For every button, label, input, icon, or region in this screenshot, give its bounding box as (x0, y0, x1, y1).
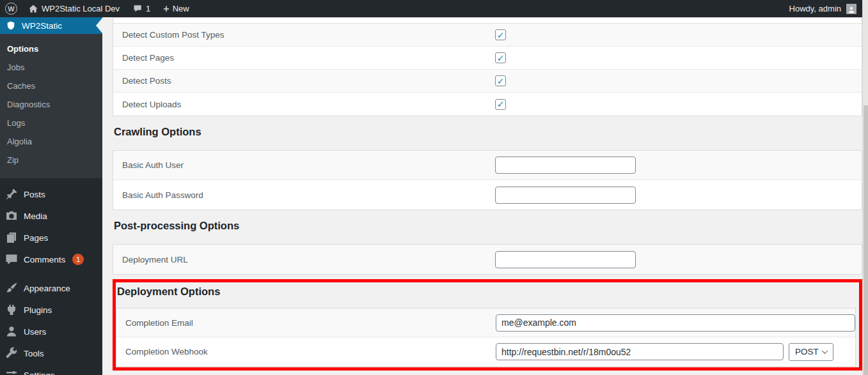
comments-icon (5, 253, 18, 266)
howdy-admin-link[interactable]: Howdy, admin (789, 4, 841, 13)
post-processing-options-heading: Post-processing Options (114, 220, 239, 232)
sidebar-item-plugins[interactable]: Plugins (0, 299, 102, 321)
menu-label: Media (24, 211, 47, 221)
sidebar-item-logs[interactable]: Logs (0, 114, 102, 132)
site-name-link[interactable]: WP2Static Local Dev (28, 4, 120, 14)
chevron-down-icon (822, 348, 828, 354)
option-label: Detect Pages (113, 53, 495, 63)
admin-comments-link[interactable]: 1 (133, 4, 150, 13)
tools-icon (5, 347, 18, 360)
menu-label: Settings (24, 371, 55, 375)
table-row: Detect Custom Post Types ✓ (113, 24, 862, 47)
basic-auth-password-input[interactable] (495, 187, 636, 204)
table-row: Basic Auth User (113, 151, 862, 180)
detection-options-table: Detect Custom Post Types ✓ Detect Pages … (113, 17, 862, 116)
table-row: Detect Posts ✓ (113, 70, 862, 93)
sidebar-item-users[interactable]: Users (0, 321, 102, 342)
new-content-link[interactable]: + New (163, 4, 189, 14)
sidebar-item-jobs[interactable]: Jobs (0, 58, 102, 77)
settings-icon (5, 369, 18, 375)
option-label: Deployment URL (113, 255, 495, 264)
sidebar-item-media[interactable]: Media (0, 205, 102, 227)
completion-webhook-input[interactable] (496, 343, 784, 360)
menu-label: Comments (24, 255, 65, 264)
check-mark: ✓ (497, 100, 505, 109)
sidebar-item-posts[interactable]: Posts (0, 183, 102, 205)
table-row: Completion Webhook POST (116, 337, 855, 366)
detect-uploads-checkbox[interactable]: ✓ (495, 99, 506, 110)
plus-icon: + (163, 4, 169, 14)
detect-pages-checkbox[interactable]: ✓ (495, 52, 506, 63)
deployment-url-input[interactable] (495, 251, 636, 268)
pin-icon (5, 188, 18, 201)
option-label: Completion Email (116, 318, 496, 328)
option-label: Completion Webhook (116, 347, 496, 356)
option-label: Detect Posts (113, 76, 495, 86)
option-label: Detect Uploads (113, 100, 495, 109)
admin-menu: Posts Media Pages Comments 1 Appearance … (0, 183, 102, 375)
sidebar-item-options[interactable]: Options (0, 40, 102, 58)
home-icon (28, 4, 38, 14)
crawling-options-heading: Crawling Options (114, 126, 201, 138)
sidebar-item-diagnostics[interactable]: Diagnostics (0, 95, 102, 114)
admin-bar-right: Howdy, admin (789, 4, 863, 14)
detect-custom-post-types-checkbox[interactable]: ✓ (495, 29, 506, 40)
deployment-options-table: Completion Email Completion Webhook POST (116, 308, 856, 367)
sidebar-item-comments[interactable]: Comments 1 (0, 249, 102, 270)
comments-count-badge: 1 (72, 254, 84, 265)
webhook-method-select[interactable]: POST (789, 343, 833, 361)
sidebar-item-pages[interactable]: Pages (0, 227, 102, 249)
menu-label: Pages (24, 233, 48, 243)
menu-label: Users (24, 327, 46, 337)
check-mark: ✓ (497, 77, 505, 86)
menu-label: Appearance (24, 284, 70, 293)
sidebar-item-settings[interactable]: Settings (0, 364, 102, 375)
sidebar-item-label: WP2Static (22, 21, 62, 31)
deployment-options-heading: Deployment Options (117, 286, 220, 298)
wp2static-submenu: Options Jobs Caches Diagnostics Logs Alg… (0, 34, 102, 178)
users-icon (5, 325, 18, 338)
sidebar-item-zip[interactable]: Zip (0, 151, 102, 169)
completion-email-input[interactable] (496, 314, 855, 332)
basic-auth-user-input[interactable] (495, 157, 636, 174)
comment-bubble-icon (133, 4, 143, 13)
sidebar-item-wp2static[interactable]: WP2Static (0, 17, 102, 34)
admin-bar-left: W WP2Static Local Dev 1 + New (0, 3, 189, 15)
table-row: Detect Uploads ✓ (113, 93, 862, 116)
sidebar-item-algolia[interactable]: Algolia (0, 132, 102, 151)
sidebar-item-appearance[interactable]: Appearance (0, 277, 102, 299)
plugins-icon (5, 303, 18, 316)
scrollbar-thumb[interactable] (864, 105, 868, 375)
table-row: Completion Email (116, 309, 855, 337)
menu-label: Tools (24, 349, 44, 358)
option-label: Basic Auth Password (113, 190, 495, 200)
partial-row (113, 18, 862, 24)
detect-posts-checkbox[interactable]: ✓ (495, 75, 506, 86)
menu-label: Plugins (24, 305, 52, 315)
check-mark: ✓ (497, 31, 505, 40)
new-label: New (173, 4, 189, 13)
crawling-options-table: Basic Auth User Basic Auth Password (113, 150, 862, 210)
post-processing-options-table: Deployment URL (113, 244, 862, 275)
avatar[interactable] (846, 4, 856, 14)
shield-icon (6, 20, 15, 31)
admin-bar: W WP2Static Local Dev 1 + New Howdy, adm… (0, 0, 863, 17)
media-icon (5, 210, 18, 222)
options-page: Detect Custom Post Types ✓ Detect Pages … (102, 17, 862, 375)
option-label: Basic Auth User (113, 160, 495, 170)
wordpress-logo-icon[interactable]: W (5, 3, 17, 15)
table-row: Detect Pages ✓ (113, 47, 862, 70)
site-name-label: WP2Static Local Dev (42, 4, 120, 13)
option-label: Detect Custom Post Types (113, 30, 495, 40)
user-avatar-icon (848, 6, 855, 14)
appearance-icon (5, 282, 18, 295)
scrollbar-track[interactable] (862, 0, 868, 375)
method-select-value: POST (795, 347, 819, 356)
sidebar: WP2Static Options Jobs Caches Diagnostic… (0, 17, 102, 375)
menu-label: Posts (24, 190, 45, 199)
sidebar-item-tools[interactable]: Tools (0, 342, 102, 364)
sidebar-item-caches[interactable]: Caches (0, 77, 102, 95)
table-row: Basic Auth Password (113, 180, 862, 210)
admin-comment-count: 1 (146, 4, 150, 13)
check-mark: ✓ (497, 54, 505, 63)
